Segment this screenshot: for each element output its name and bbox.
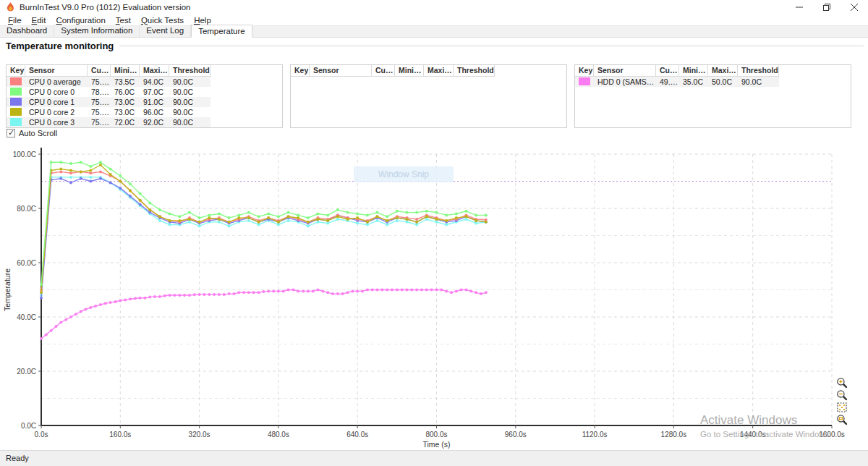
heading-rule — [119, 46, 864, 46]
sensor-row-cpu-0-core-3[interactable]: CPU 0 core 375.0C72.0C92.0C90.0C — [7, 117, 210, 127]
page-title: Temperature monitoring — [6, 41, 114, 51]
sensor-key-swatch — [10, 88, 22, 96]
menu-item-file[interactable]: File — [3, 16, 27, 25]
sensor-row-cpu-0-core-2[interactable]: CPU 0 core 275.0C73.0C96.0C90.0C — [7, 107, 210, 117]
close-icon — [851, 4, 858, 11]
column-header-key: Key — [575, 65, 594, 77]
sensor-table-hdd: KeySensorCurrentMinimumMaximumThresholdH… — [574, 64, 851, 128]
zoom-reset-button[interactable] — [835, 413, 849, 425]
sensor-row-hdd-0-samsung-mz-[interactable]: HDD 0 (SAMSUNG MZ...49.0C35.0C50.0C90.0C — [575, 77, 779, 87]
window-title: BurnInTest V9.0 Pro (1012) Evaluation ve… — [20, 3, 191, 12]
chart-zoom-toolbar — [835, 376, 849, 425]
restore-button[interactable] — [813, 0, 841, 14]
sensor-row-cpu-0-core-1[interactable]: CPU 0 core 175.0C73.0C91.0C90.0C — [7, 97, 210, 107]
column-header-minimum: Minimum — [111, 65, 140, 77]
tab-temperature[interactable]: Temperature — [191, 25, 252, 38]
column-header-threshold: Threshold — [169, 65, 210, 77]
menu-item-test[interactable]: Test — [111, 16, 136, 25]
sensor-key-swatch — [10, 118, 22, 126]
svg-text:1280.0s: 1280.0s — [661, 431, 687, 439]
auto-scroll-label: Auto Scroll — [19, 129, 57, 137]
column-header-maximum: Maximum — [140, 65, 169, 77]
sensor-key-swatch — [10, 77, 22, 85]
column-header-current: Current — [88, 65, 111, 77]
svg-text:320.0s: 320.0s — [189, 431, 210, 439]
svg-text:Temperature: Temperature — [3, 268, 12, 311]
tab-dashboard[interactable]: Dashboard — [0, 25, 54, 37]
app-flame-icon — [6, 2, 15, 13]
tab-system-information[interactable]: System Information — [54, 25, 140, 37]
zoom-reset-icon — [836, 414, 848, 425]
svg-text:480.0s: 480.0s — [268, 431, 289, 439]
column-header-threshold: Threshold — [738, 65, 779, 77]
zoom-selection-button[interactable] — [835, 401, 849, 413]
menu-item-help[interactable]: Help — [189, 16, 216, 25]
status-bar: Ready — [0, 450, 868, 466]
menu-item-configuration[interactable]: Configuration — [51, 16, 110, 25]
menu-bar: FileEditConfigurationTestQuick TestsHelp — [0, 14, 868, 25]
svg-text:1120.0s: 1120.0s — [582, 431, 608, 439]
sensor-key-swatch — [579, 77, 590, 85]
svg-text:60.0C: 60.0C — [17, 259, 36, 267]
auto-scroll-control: Auto Scroll — [7, 129, 57, 137]
svg-text:80.0C: 80.0C — [17, 205, 36, 213]
restore-icon — [823, 4, 830, 11]
menu-item-edit[interactable]: Edit — [27, 16, 51, 25]
chart-area: 0.0s160.0s320.0s480.0s640.0s800.0s960.0s… — [0, 139, 868, 449]
zoom-out-icon — [836, 389, 848, 401]
column-header-current: Current — [372, 65, 395, 77]
minimize-icon — [796, 4, 803, 11]
title-bar: BurnInTest V9.0 Pro (1012) Evaluation ve… — [0, 0, 868, 14]
svg-text:Time (s): Time (s) — [422, 440, 450, 449]
sensor-key-swatch — [10, 98, 22, 106]
svg-text:640.0s: 640.0s — [346, 431, 368, 439]
svg-text:40.0C: 40.0C — [17, 313, 36, 321]
heading-row: Temperature monitoring — [6, 41, 864, 51]
minimize-button[interactable] — [786, 0, 813, 14]
column-header-current: Current — [656, 65, 679, 77]
zoom-in-icon — [836, 377, 848, 389]
menu-item-quick-tests[interactable]: Quick Tests — [136, 16, 189, 25]
sensor-key-swatch — [10, 108, 22, 116]
zoom-in-button[interactable] — [835, 376, 849, 389]
temperature-chart[interactable]: 0.0s160.0s320.0s480.0s640.0s800.0s960.0s… — [0, 139, 868, 449]
column-header-maximum: Maximum — [424, 65, 454, 77]
svg-text:1600.0s: 1600.0s — [819, 431, 845, 439]
svg-text:0.0s: 0.0s — [35, 431, 48, 439]
column-header-key: Key — [291, 65, 310, 77]
sensor-table-empty: KeySensorCurrentMinimumMaximumThreshold — [290, 64, 567, 128]
sensor-row-cpu-0-core-0[interactable]: CPU 0 core 078.0C76.0C97.0C90.0C — [7, 87, 210, 97]
svg-text:100.0C: 100.0C — [13, 151, 36, 158]
column-header-minimum: Minimum — [395, 65, 424, 77]
tab-event-log[interactable]: Event Log — [140, 25, 191, 37]
column-header-sensor: Sensor — [310, 65, 372, 77]
column-header-threshold: Threshold — [454, 65, 495, 77]
svg-text:960.0s: 960.0s — [505, 431, 527, 439]
column-header-sensor: Sensor — [25, 65, 88, 77]
svg-text:160.0s: 160.0s — [109, 431, 131, 439]
auto-scroll-checkbox[interactable] — [7, 129, 15, 137]
svg-text:1440.0s: 1440.0s — [740, 431, 766, 439]
column-header-minimum: Minimum — [679, 65, 708, 77]
zoom-out-button[interactable] — [835, 389, 849, 401]
svg-text:20.0C: 20.0C — [17, 368, 36, 376]
tab-bar: DashboardSystem InformationEvent LogTemp… — [0, 25, 868, 38]
column-header-key: Key — [7, 65, 25, 77]
column-header-maximum: Maximum — [708, 65, 738, 77]
sensor-table-cpu: KeySensorCurrentMinimumMaximumThresholdC… — [6, 64, 283, 128]
sensor-row-cpu-0-average[interactable]: CPU 0 average75.8C73.5C94.0C90.0C — [7, 77, 210, 87]
status-text: Ready — [6, 454, 29, 462]
column-header-sensor: Sensor — [594, 65, 656, 77]
close-button[interactable] — [841, 0, 868, 14]
svg-text:0.0C: 0.0C — [21, 422, 36, 430]
zoom-selection-icon — [836, 402, 848, 413]
svg-text:800.0s: 800.0s — [425, 431, 447, 439]
